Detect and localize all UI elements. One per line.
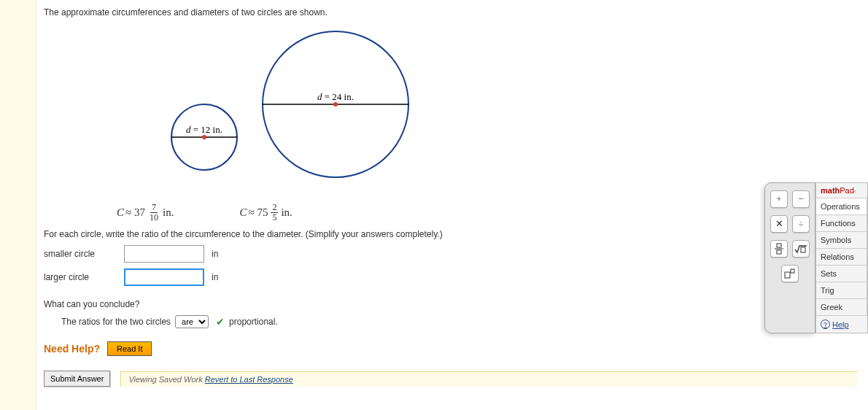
cat-greek[interactable]: Greek [816,299,867,316]
svg-rect-8 [777,244,781,247]
sqrt-button[interactable] [792,240,810,258]
mathpad-button-box: + − ✕ ÷ [764,182,815,333]
svg-rect-12 [785,272,790,278]
help-icon: ? [821,320,830,329]
cat-operations[interactable]: Operations [816,198,867,215]
minus-button[interactable]: − [792,190,810,208]
svg-rect-11 [801,247,805,252]
conclude-select[interactable]: are [175,315,209,328]
need-help-label: Need Help? [44,343,100,355]
smaller-row: smaller circle in [44,245,858,263]
svg-rect-10 [777,250,781,254]
fraction-button[interactable] [770,240,788,258]
ratio-prompt: For each circle, write the ratio of the … [44,229,858,239]
smaller-label: smaller circle [44,249,117,259]
conclude-question: What can you conclude? [44,299,858,309]
small-circumference: C ≈ 37 7 10 in. [117,203,174,222]
cat-trig[interactable]: Trig [816,282,867,299]
check-icon: ✔ [216,316,225,328]
larger-unit: in [212,272,218,282]
svg-rect-13 [791,269,794,273]
question-content: The approximate circumferences and diame… [36,0,868,410]
left-margin [0,0,36,410]
larger-label: larger circle [44,272,117,282]
read-it-button[interactable]: Read It [107,341,152,356]
cat-symbols[interactable]: Symbols [816,232,867,249]
mathpad-panel: + − ✕ ÷ mathPad [764,182,868,333]
smaller-unit: in [212,249,218,259]
svg-point-6 [333,102,338,107]
cat-relations[interactable]: Relations [816,249,867,266]
svg-point-2 [202,135,206,139]
divide-button[interactable]: ÷ [792,215,810,233]
cat-sets[interactable]: Sets [816,266,867,282]
mathpad-title: mathPad◦ [816,183,867,198]
conclusion-block: What can you conclude? The ratios for th… [44,299,858,328]
conclude-post: proportional. [229,317,278,327]
times-button[interactable]: ✕ [770,215,788,233]
svg-text:d = 24 in.: d = 24 in. [317,91,354,102]
circumference-labels: C ≈ 37 7 10 in. C ≈ 75 2 5 in. [117,203,858,222]
plus-button[interactable]: + [770,190,788,208]
conclude-pre: The ratios for the two circles [61,317,171,327]
larger-row: larger circle in [44,268,858,286]
mathpad-categories: mathPad◦ Operations Functions Symbols Re… [815,182,868,333]
svg-text:d = 12 in.: d = 12 in. [186,124,222,135]
mathpad-help-link[interactable]: ? Help [816,316,867,333]
circles-diagram: d = 12 in. d = 24 in. [117,28,627,203]
intro-text: The approximate circumferences and diame… [44,7,858,18]
large-circumference: C ≈ 75 2 5 in. [239,203,292,222]
revert-link[interactable]: Revert to Last Response [205,375,293,384]
exponent-button[interactable] [781,265,799,282]
submit-answer-button[interactable]: Submit Answer [44,371,110,387]
saved-work-bar: Viewing Saved Work Revert to Last Respon… [120,371,858,387]
smaller-answer-input[interactable] [124,245,204,263]
larger-answer-input[interactable] [124,268,204,286]
cat-functions[interactable]: Functions [816,215,867,232]
